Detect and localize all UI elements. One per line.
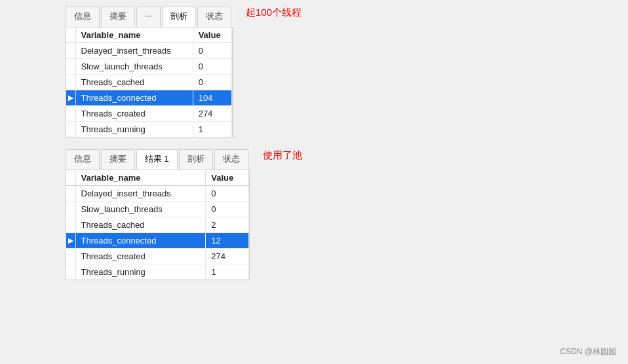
tab-status-1[interactable]: 状态 (197, 7, 231, 27)
row-indicator: ▶ (66, 90, 75, 106)
col-value-header-2: Value (206, 170, 249, 186)
row-indicator (66, 75, 75, 90)
table-row[interactable]: Slow_launch_threads0 (66, 59, 231, 75)
row-indicator (66, 122, 75, 137)
tab-summary-1[interactable]: 摘要 (101, 7, 135, 27)
tab-result-2[interactable]: 结果 1 (136, 149, 178, 170)
cell-varname: Threads_created (75, 106, 193, 122)
cell-value: 1 (206, 264, 249, 280)
table-row[interactable]: Threads_created274 (66, 106, 231, 122)
row-indicator (66, 106, 75, 122)
tab-info-2[interactable]: 信息 (66, 149, 100, 170)
cell-varname: Threads_cached (75, 75, 193, 90)
cell-value: 0 (206, 186, 249, 202)
row-indicator (66, 249, 75, 264)
table-row[interactable]: ▶Threads_connected104 (66, 90, 231, 106)
cell-varname: Delayed_insert_threads (75, 186, 206, 202)
cell-value: 274 (193, 106, 231, 122)
table-row[interactable]: Threads_running1 (66, 264, 248, 280)
table-row[interactable]: Delayed_insert_threads0 (66, 43, 231, 59)
row-indicator (66, 59, 75, 75)
bottom-section: 信息 摘要 结果 1 剖析 状态 Variable_name Value (66, 149, 628, 280)
tab-summary-2[interactable]: 摘要 (101, 149, 135, 170)
tab-info-1[interactable]: 信息 (66, 7, 100, 27)
tab-status-2[interactable]: 状态 (214, 149, 248, 170)
cell-varname: Threads_connected (75, 233, 206, 249)
tab-profiling-1[interactable]: 剖析 (162, 7, 196, 27)
cell-varname: Threads_connected (75, 90, 193, 106)
row-indicator: ▶ (66, 233, 75, 249)
cell-value: 12 (206, 233, 249, 249)
cell-varname: Threads_cached (75, 217, 206, 233)
cell-varname: Threads_running (75, 264, 206, 280)
row-indicator (66, 43, 75, 59)
cell-value: 1 (193, 122, 231, 137)
row-indicator (66, 217, 75, 233)
top-section: 信息 摘要 ··· 剖析 状态 Variable_name Value (66, 7, 628, 137)
row-indicator (66, 186, 75, 202)
top-tab-bar: 信息 摘要 ··· 剖析 状态 (66, 7, 233, 27)
cell-varname: Delayed_insert_threads (75, 43, 193, 59)
bottom-table: Variable_name Value Delayed_insert_threa… (66, 170, 250, 280)
cell-varname: Threads_running (75, 122, 193, 137)
cell-varname: Slow_launch_threads (75, 202, 206, 217)
table-row[interactable]: Delayed_insert_threads0 (66, 186, 248, 202)
table-row[interactable]: Threads_running1 (66, 122, 231, 137)
top-table: Variable_name Value Delayed_insert_threa… (66, 27, 233, 137)
col-varname-header-2: Variable_name (75, 170, 206, 186)
bottom-table-container: 信息 摘要 结果 1 剖析 状态 Variable_name Value (66, 149, 250, 280)
cell-varname: Slow_launch_threads (75, 59, 193, 75)
table-row[interactable]: ▶Threads_connected12 (66, 233, 248, 249)
table-row[interactable]: Threads_cached0 (66, 75, 231, 90)
cell-value: 104 (193, 90, 231, 106)
bottom-annotation: 使用了池 (250, 149, 302, 162)
tab-profiling-2[interactable]: 剖析 (179, 149, 213, 170)
cell-value: 0 (193, 43, 231, 59)
top-annotation: 起100个线程 (233, 7, 302, 19)
cell-value: 0 (206, 202, 249, 217)
row-indicator (66, 202, 75, 217)
col-value-header-1: Value (193, 27, 231, 43)
top-table-container: 信息 摘要 ··· 剖析 状态 Variable_name Value (66, 7, 233, 137)
col-indicator-header-2 (66, 170, 75, 186)
col-varname-header-1: Variable_name (75, 27, 193, 43)
row-indicator (66, 264, 75, 280)
table-row[interactable]: Threads_created274 (66, 249, 248, 264)
cell-value: 0 (193, 59, 231, 75)
table-row[interactable]: Threads_cached2 (66, 217, 248, 233)
cell-value: 0 (193, 75, 231, 90)
cell-value: 274 (206, 249, 249, 264)
cell-value: 2 (206, 217, 249, 233)
cell-varname: Threads_created (75, 249, 206, 264)
page-wrapper: 信息 摘要 ··· 剖析 状态 Variable_name Value (0, 0, 628, 364)
tab-dots-1[interactable]: ··· (136, 7, 161, 27)
col-indicator-header-1 (66, 27, 75, 43)
watermark: CSDN @林圆园 (560, 346, 616, 357)
bottom-tab-bar: 信息 摘要 结果 1 剖析 状态 (66, 149, 250, 170)
table-row[interactable]: Slow_launch_threads0 (66, 202, 248, 217)
